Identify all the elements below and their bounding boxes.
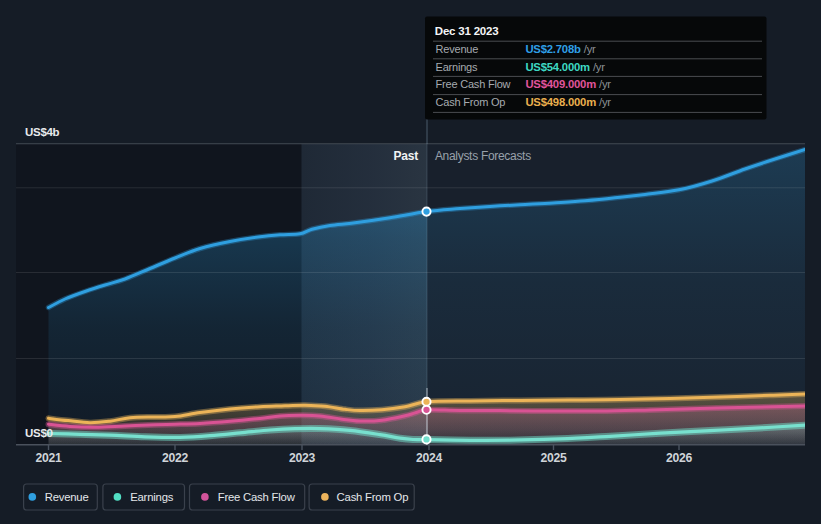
svg-text:Analysts Forecasts: Analysts Forecasts	[435, 149, 531, 163]
svg-text:US$0: US$0	[25, 427, 53, 439]
svg-text:US$54.000m /yr: US$54.000m /yr	[525, 61, 605, 73]
svg-text:Free Cash Flow: Free Cash Flow	[218, 491, 296, 503]
svg-text:US$498.000m /yr: US$498.000m /yr	[525, 96, 611, 108]
svg-text:US$2.708b /yr: US$2.708b /yr	[525, 43, 596, 55]
svg-text:US$409.000m /yr: US$409.000m /yr	[525, 78, 611, 90]
svg-text:2025: 2025	[541, 451, 567, 465]
svg-text:Past: Past	[393, 149, 418, 163]
svg-text:2026: 2026	[666, 451, 692, 465]
svg-text:US$4b: US$4b	[25, 126, 60, 138]
svg-text:Cash From Op: Cash From Op	[436, 96, 506, 108]
svg-text:Earnings: Earnings	[130, 491, 174, 503]
svg-text:Revenue: Revenue	[436, 43, 479, 55]
svg-text:2023: 2023	[289, 451, 315, 465]
svg-text:Free Cash Flow: Free Cash Flow	[436, 78, 511, 90]
svg-text:2022: 2022	[162, 451, 188, 465]
svg-text:2021: 2021	[36, 451, 62, 465]
svg-text:Cash From Op: Cash From Op	[337, 491, 409, 503]
svg-text:Dec 31 2023: Dec 31 2023	[435, 25, 499, 37]
svg-text:Revenue: Revenue	[45, 491, 89, 503]
svg-text:Earnings: Earnings	[436, 61, 479, 73]
svg-text:2024: 2024	[416, 451, 442, 465]
